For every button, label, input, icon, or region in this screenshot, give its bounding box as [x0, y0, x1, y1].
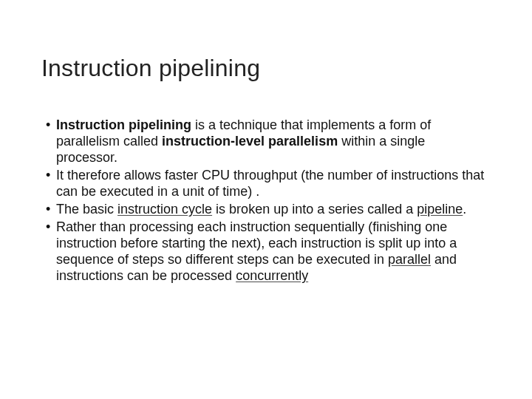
text-run: is broken up into a series called a: [212, 202, 417, 216]
bullet-item: Rather than processing each instruction …: [46, 219, 486, 284]
slide: Instruction pipelining Instruction pipel…: [0, 0, 532, 399]
text-run: instruction-level parallelism: [162, 134, 338, 149]
bullet-item: It therefore allows faster CPU throughpu…: [46, 168, 486, 200]
text-run: pipeline: [417, 202, 463, 216]
bullet-item: The basic instruction cycle is broken up…: [46, 202, 486, 218]
slide-title: Instruction pipelining: [41, 55, 491, 82]
text-run: instruction cycle: [117, 202, 212, 216]
bullet-list: Instruction pipelining is a technique th…: [41, 117, 491, 284]
text-run: parallel: [388, 252, 431, 267]
text-run: concurrently: [236, 268, 308, 283]
text-run: .: [463, 202, 466, 216]
text-run: The basic: [56, 202, 117, 216]
text-run: Instruction pipelining: [56, 117, 191, 132]
text-run: It therefore allows faster CPU throughpu…: [56, 168, 484, 199]
bullet-item: Instruction pipelining is a technique th…: [46, 117, 486, 166]
